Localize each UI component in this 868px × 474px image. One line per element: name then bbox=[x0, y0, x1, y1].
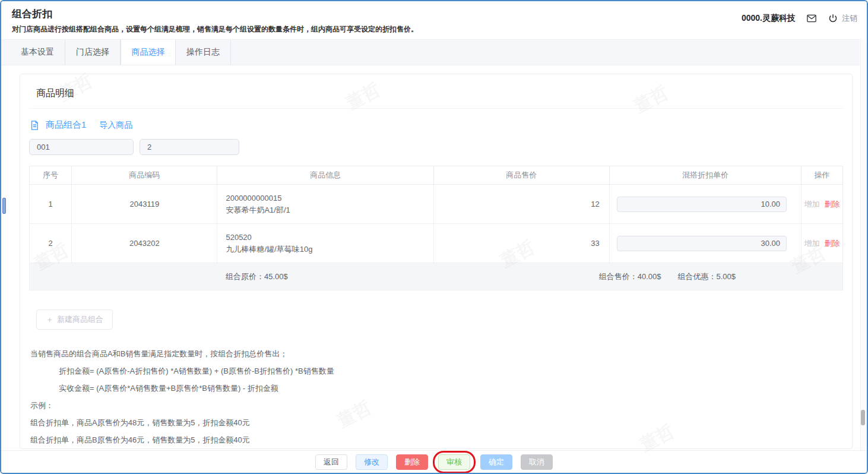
document-icon bbox=[29, 120, 40, 131]
card-title: 商品明细 bbox=[29, 83, 843, 108]
discount-price-input[interactable] bbox=[617, 236, 787, 251]
left-scroll-handle[interactable] bbox=[2, 198, 6, 214]
power-icon bbox=[828, 13, 838, 24]
col-header-discount-price: 混搭折扣单价 bbox=[609, 166, 801, 185]
confirm-button[interactable]: 确定 bbox=[480, 454, 512, 470]
cell-info-barcode: 2000000000015 bbox=[226, 192, 433, 204]
logout-label: 注销 bbox=[842, 13, 857, 24]
cell-info-name: 安慕希牛奶A1/部/1 bbox=[226, 204, 433, 216]
page-header: 组合折扣 对门店商品进行按组搭配组合商品，设置每个组满足梳理，销售满足每个组设置… bbox=[1, 1, 867, 39]
group-qty-input[interactable] bbox=[140, 139, 239, 155]
page-title: 组合折扣 bbox=[12, 7, 856, 21]
new-product-group-button[interactable]: ＋ 新建商品组合 bbox=[36, 309, 113, 330]
cell-code: 2043202 bbox=[72, 224, 217, 263]
cell-actions: 增加删除 bbox=[802, 224, 843, 263]
combo-benefit: 组合优惠：5.00$ bbox=[677, 271, 736, 282]
mail-icon[interactable] bbox=[806, 13, 817, 24]
product-detail-card: 商品明细 商品组合1 导入商品 bbox=[20, 74, 853, 449]
back-button[interactable]: 返回 bbox=[315, 454, 347, 470]
cell-code: 2043119 bbox=[72, 185, 217, 224]
group-code-input[interactable] bbox=[29, 139, 134, 155]
table-header-row: 序号 商品编码 商品信息 商品售价 混搭折扣单价 操作 bbox=[30, 166, 843, 185]
divider bbox=[29, 108, 843, 109]
note-line: 组合折扣单，商品A原售价为48元，销售数量为5，折扣金额40元 bbox=[30, 414, 843, 431]
summary-row: 组合原价：45.00$ 组合售价：40.00$ 组合优惠：5.00$ bbox=[29, 263, 843, 290]
cell-index: 1 bbox=[30, 185, 72, 224]
plus-icon: ＋ bbox=[46, 314, 53, 325]
cell-index: 2 bbox=[30, 224, 72, 263]
note-line: 实收金额= (A原售价*A销售数量+B原售价*B销售数量) - 折扣金额 bbox=[30, 380, 843, 397]
tab-content: 商品明细 商品组合1 导入商品 bbox=[1, 65, 867, 450]
tab-store-selection[interactable]: 门店选择 bbox=[65, 40, 121, 65]
note-line: 组合折扣单，商品B原售价为46元，销售数量为5，折扣金额40元 bbox=[30, 431, 843, 448]
note-line: 折扣金额= (A原售价-A折扣售价) *A销售数量) + (B原售价-B折扣售价… bbox=[30, 362, 843, 380]
logout-button[interactable]: 注销 bbox=[828, 13, 857, 24]
scrollbar-thumb[interactable] bbox=[861, 410, 865, 425]
col-header-info: 商品信息 bbox=[217, 166, 433, 185]
modify-button[interactable]: 修改 bbox=[356, 454, 388, 470]
col-header-price: 商品售价 bbox=[433, 166, 609, 185]
cell-price: 12 bbox=[433, 185, 609, 224]
group-links-row: 商品组合1 导入商品 bbox=[29, 119, 843, 131]
col-header-index: 序号 bbox=[30, 166, 72, 185]
cell-info-barcode: 520520 bbox=[226, 232, 433, 244]
cell-discount-price bbox=[609, 224, 801, 263]
audit-annotation-ring: 审核 bbox=[433, 451, 476, 473]
combo-original-price: 组合原价：45.00$ bbox=[226, 271, 288, 282]
col-header-actions: 操作 bbox=[802, 166, 843, 185]
delete-row-link[interactable]: 删除 bbox=[825, 239, 840, 248]
add-row-link[interactable]: 增加 bbox=[804, 239, 820, 248]
col-header-code: 商品编码 bbox=[72, 166, 217, 185]
combo-sale-price: 组合售价：40.00$ bbox=[599, 271, 661, 282]
cell-info: 520520 九儿棒棒糖/罐/草莓味10g bbox=[217, 224, 433, 263]
add-row-link[interactable]: 增加 bbox=[804, 200, 820, 208]
cell-discount-price bbox=[609, 185, 801, 224]
table-row: 1 2043119 2000000000015 安慕希牛奶A1/部/1 12 增… bbox=[30, 185, 843, 224]
note-line: 示例： bbox=[30, 397, 843, 414]
tab-bar: 基本设置 门店选择 商品选择 操作日志 bbox=[1, 39, 860, 65]
discount-price-input[interactable] bbox=[617, 197, 787, 212]
cell-price: 33 bbox=[433, 224, 609, 263]
cell-info-name: 九儿棒棒糖/罐/草莓味10g bbox=[226, 244, 433, 255]
page-subtitle: 对门店商品进行按组搭配组合商品，设置每个组满足梳理，销售满足每个组设置的数量条件… bbox=[12, 24, 856, 34]
group-inputs-row bbox=[29, 139, 843, 155]
products-table: 序号 商品编码 商品信息 商品售价 混搭折扣单价 操作 1 2043119 20… bbox=[29, 166, 843, 263]
audit-button[interactable]: 审核 bbox=[438, 454, 470, 470]
header-actions: 0000.灵蕨科技 注销 bbox=[742, 13, 857, 24]
cancel-button[interactable]: 取消 bbox=[521, 454, 553, 470]
tab-operation-log[interactable]: 操作日志 bbox=[176, 40, 231, 65]
cell-info: 2000000000015 安慕希牛奶A1/部/1 bbox=[217, 185, 433, 224]
table-row: 2 2043202 520520 九儿棒棒糖/罐/草莓味10g 33 增加删除 bbox=[30, 224, 843, 263]
new-product-group-label: 新建商品组合 bbox=[57, 314, 103, 325]
product-group-link[interactable]: 商品组合1 bbox=[46, 119, 86, 131]
note-line: 当销售商品的组合商品A和B销售量满足指定数量时，按组合折扣总价售出； bbox=[30, 345, 843, 362]
tab-basic-settings[interactable]: 基本设置 bbox=[10, 40, 65, 65]
delete-row-link[interactable]: 删除 bbox=[825, 200, 840, 208]
rule-notes: 当销售商品的组合商品A和B销售量满足指定数量时，按组合折扣总价售出； 折扣金额=… bbox=[29, 345, 843, 450]
import-products-link[interactable]: 导入商品 bbox=[99, 120, 132, 131]
summary-right-group: 组合售价：40.00$ 组合优惠：5.00$ bbox=[599, 271, 736, 282]
footer-actions: 返回 修改 删除 审核 确定 取消 bbox=[1, 450, 867, 473]
delete-button[interactable]: 删除 bbox=[396, 454, 428, 470]
vertical-scrollbar[interactable] bbox=[860, 39, 866, 450]
cell-actions: 增加删除 bbox=[802, 185, 843, 224]
app-window: 董哲 董哲 董哲 董哲 董哲 董哲 董哲 董哲 组合折扣 对门店商品进行按组搭配… bbox=[0, 0, 868, 474]
account-name: 0000.灵蕨科技 bbox=[742, 13, 796, 24]
tab-product-selection[interactable]: 商品选择 bbox=[121, 40, 176, 65]
